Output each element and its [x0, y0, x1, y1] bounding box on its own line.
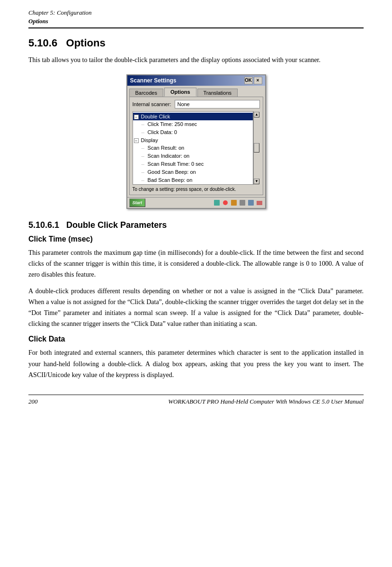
screenshot-container: Scanner Settings OK × Barcodes Options T… [28, 74, 364, 209]
vscrollbar[interactable]: ▲ ▼ [253, 111, 260, 185]
tree-line-2: ─ [142, 129, 146, 136]
svg-rect-2 [231, 200, 237, 206]
close-button[interactable]: × [254, 77, 262, 84]
tree-item-scan-indicator[interactable]: ─ Scan Indicator: on [133, 152, 253, 160]
tree-item-display[interactable]: − Display [133, 136, 253, 144]
dialog-body: Internal scanner: None − Double Click [129, 97, 263, 195]
taskbar-icon-6 [256, 199, 263, 207]
expander-display[interactable]: − [134, 138, 139, 143]
svg-rect-4 [248, 200, 254, 206]
tree-line-3: ─ [142, 144, 146, 152]
tab-translations[interactable]: Translations [197, 89, 238, 97]
dialog-title: Scanner Settings [130, 77, 177, 84]
start-button[interactable]: Start [129, 198, 146, 207]
footer-page-number: 200 [28, 398, 38, 405]
header-left: Chapter 5: Configuration Options [28, 9, 92, 26]
svg-rect-3 [240, 200, 245, 206]
tree-item-scan-result[interactable]: ─ Scan Result: on [133, 144, 253, 152]
click-data-heading: Click Data [28, 335, 364, 343]
tree-line-5: ─ [142, 161, 146, 168]
scroll-down-arrow[interactable]: ▼ [254, 179, 259, 184]
footer-title: WORKABOUT PRO Hand-Held Computer With Wi… [168, 398, 364, 405]
tree-item-click-data[interactable]: ─ Click Data: 0 [133, 128, 253, 136]
tree-item-click-time[interactable]: ─ Click Time: 250 msec [133, 120, 253, 128]
click-time-heading: Click Time (msec) [28, 235, 364, 243]
header-chapter: Chapter 5: Configuration [28, 9, 92, 17]
taskbar-icon-1 [213, 199, 221, 207]
tree-item-double-click[interactable]: − Double Click [133, 113, 253, 120]
page-header: Chapter 5: Configuration Options [28, 9, 364, 28]
tree-item-soft-scan[interactable]: ─ Soft Scan Timeout: 3 sec [133, 184, 253, 185]
expander-double-click[interactable]: − [134, 115, 139, 119]
tree-item-scan-result-time[interactable]: ─ Scan Result Time: 0 sec [133, 160, 253, 168]
taskbar-icon-2 [222, 199, 229, 207]
dialog-titlebar-buttons: OK × [244, 77, 262, 84]
internal-scanner-value[interactable]: None [175, 100, 259, 108]
click-data-body: For both integrated and external scanner… [28, 347, 364, 380]
svg-rect-5 [257, 201, 262, 205]
scroll-thumb[interactable] [254, 143, 259, 153]
page-container: Chapter 5: Configuration Options 5.10.6 … [0, 0, 392, 424]
taskbar-right [213, 199, 263, 207]
internal-scanner-row: Internal scanner: None [133, 100, 260, 108]
taskbar-icon-4 [239, 199, 246, 207]
tree-with-scroll: − Double Click ─ Click Time: 250 msec ─ … [133, 111, 260, 185]
taskbar-icon-3 [230, 199, 238, 207]
tab-options[interactable]: Options [164, 88, 196, 97]
dialog-hint: To change a setting: press space, or dou… [133, 187, 260, 192]
tree-item-good-scan[interactable]: ─ Good Scan Beep: on [133, 168, 253, 176]
section-title: 5.10.6 Options [28, 37, 364, 49]
tree-item-bad-scan[interactable]: ─ Bad Scan Beep: on [133, 176, 253, 184]
tree-line-6: ─ [142, 169, 146, 176]
tree-line-1: ─ [142, 121, 146, 128]
scanner-dialog: Scanner Settings OK × Barcodes Options T… [126, 74, 266, 209]
dialog-taskbar: Start [127, 197, 265, 208]
header-section: Options [28, 17, 92, 26]
page-footer: 200 WORKABOUT PRO Hand-Held Computer Wit… [28, 395, 364, 405]
svg-rect-0 [214, 200, 220, 206]
tab-barcodes[interactable]: Barcodes [129, 89, 163, 97]
internal-scanner-label: Internal scanner: [133, 101, 171, 107]
click-time-body1: This parameter controls the maximum gap … [28, 247, 364, 280]
click-time-body2: A double-click produces different result… [28, 286, 364, 329]
tree-view: − Double Click ─ Click Time: 250 msec ─ … [133, 111, 253, 185]
dialog-titlebar: Scanner Settings OK × [127, 75, 265, 86]
scroll-up-arrow[interactable]: ▲ [254, 112, 259, 117]
taskbar-icon-5 [247, 199, 255, 207]
svg-point-1 [223, 200, 228, 205]
tree-line-4: ─ [142, 153, 146, 160]
tree-line-7: ─ [142, 177, 146, 184]
subsection-title: 5.10.6.1 Double Click Parameters [28, 220, 364, 230]
dialog-tabs: Barcodes Options Translations [127, 86, 265, 97]
taskbar-left: Start [129, 198, 146, 207]
section-intro: This tab allows you to tailor the double… [28, 55, 364, 65]
ok-button[interactable]: OK [244, 77, 253, 84]
